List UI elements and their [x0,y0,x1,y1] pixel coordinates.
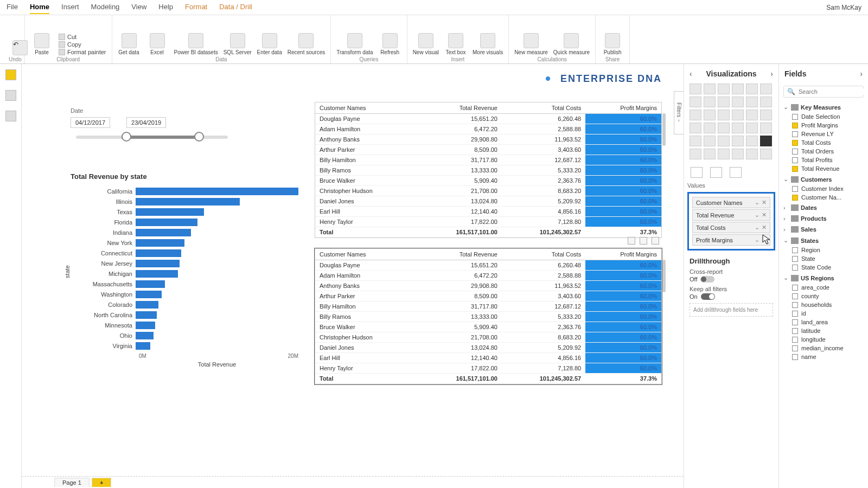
viz-type-icon[interactable] [732,149,744,159]
menu-format[interactable]: Format [185,1,207,14]
field-item[interactable]: median_income [792,344,865,352]
expand-viz-icon[interactable]: › [770,69,773,78]
viz-type-icon[interactable] [718,97,730,107]
slider-handle-to[interactable] [194,132,204,142]
checkbox[interactable] [792,265,798,271]
col-header[interactable]: Total Revenue [418,102,502,114]
field-well-item[interactable]: Profit Margins⌄✕ [692,234,770,246]
table-row[interactable]: Anthony Banks29,908.8011,963.5260.0% [315,134,661,145]
bar-row[interactable]: North Carolina [71,310,298,320]
viz-type-icon[interactable] [732,84,744,94]
bar-chart[interactable]: Total Revenue by state state CaliforniaI… [71,172,298,368]
bar-row[interactable]: California [71,186,298,196]
viz-type-icon[interactable] [690,123,701,133]
table-row[interactable]: Billy Ramos13,333.005,333.2060.0% [315,165,661,176]
col-header[interactable]: Customer Names [315,249,418,260]
field-item[interactable]: latitude [792,326,865,335]
field-item[interactable]: Date Selection [792,112,865,121]
viz-type-icon[interactable] [704,110,716,120]
viz-type-icon[interactable] [732,123,744,133]
col-header[interactable]: Profit Margins [585,102,661,114]
field-item[interactable]: State [792,254,865,263]
viz-type-icon[interactable] [760,123,772,133]
viz-type-icon[interactable] [690,97,701,107]
checkbox[interactable] [792,293,798,299]
viz-type-icon[interactable] [760,149,772,159]
bar-row[interactable]: Illinois [71,196,298,207]
bar-row[interactable]: Virginia [71,341,298,351]
analytics-tab-icon[interactable] [730,167,742,178]
viz-type-icon[interactable] [704,97,716,107]
viz-type-icon[interactable] [746,97,758,107]
data-view-icon[interactable] [5,90,16,101]
table-row[interactable]: Billy Ramos13,333.005,333.2060.0% [315,312,661,322]
checkbox[interactable] [792,140,798,146]
viz-type-icon[interactable] [718,123,730,133]
viz-type-icon[interactable] [718,136,730,146]
page-tab-1[interactable]: Page 1 [54,478,90,487]
viz-type-icon[interactable] [732,110,744,120]
field-item[interactable]: Revenue LY [792,130,865,138]
filter-icon[interactable] [628,237,635,245]
bar-row[interactable]: Minnesota [71,320,298,330]
field-item[interactable]: Total Profits [792,156,865,164]
bar-row[interactable]: Colorado [71,299,298,310]
table-row[interactable]: Christopher Hudson21,708.008,683.2060.0% [315,186,661,196]
checkbox[interactable] [792,195,798,201]
keep-filters-toggle[interactable]: On [690,293,773,300]
pbi-datasets-button[interactable]: Power BI datasets [174,33,218,55]
bar-row[interactable]: Ohio [71,330,298,341]
bar-row[interactable]: New York [71,237,298,248]
refresh-button[interactable]: Refresh [379,33,401,55]
table-row[interactable]: Daniel Jones13,024.805,209.9260.0% [315,343,661,353]
filters-tab[interactable]: Filters‹ [674,91,684,134]
chevron-down-icon[interactable]: ⌄ [755,211,760,219]
checkbox[interactable] [792,166,798,172]
field-item[interactable]: longitude [792,335,865,344]
menu-modeling[interactable]: Modeling [91,1,120,14]
table-row[interactable]: Henry Taylor17,822.007,128.8060.0% [315,363,661,374]
remove-icon[interactable]: ✕ [762,211,767,219]
menu-file[interactable]: File [7,1,18,14]
checkbox[interactable] [792,186,798,192]
new-measure-button[interactable]: New measure [514,33,548,55]
col-header[interactable]: Profit Margins [585,249,661,260]
checkbox[interactable] [792,285,798,291]
viz-type-icon[interactable] [746,123,758,133]
data-table-1[interactable]: Customer NamesTotal RevenueTotal CostsPr… [315,102,662,238]
checkbox[interactable] [792,337,798,343]
viz-type-icon[interactable] [704,136,716,146]
field-group-header[interactable]: ›Sales [782,224,865,234]
recent-sources-button[interactable]: Recent sources [288,33,325,55]
checkbox[interactable] [792,311,798,317]
checkbox[interactable] [792,149,798,155]
viz-type-icon[interactable] [718,110,730,120]
field-well-item[interactable]: Customer Names⌄✕ [692,197,770,208]
table-row[interactable]: Billy Hamilton31,717.8012,687.1260.0% [315,301,661,312]
table-row[interactable]: Arthur Parker8,509.003,403.6060.0% [315,145,661,155]
bar-row[interactable]: Connecticut [71,248,298,258]
field-item[interactable]: Total Costs [792,138,865,147]
viz-type-icon[interactable] [732,136,744,146]
bar-row[interactable]: Indiana [71,227,298,237]
checkbox[interactable] [792,157,798,163]
menu-help[interactable]: Help [158,1,173,14]
field-item[interactable]: area_code [792,283,865,292]
expand-icon[interactable]: ⌄ [783,237,789,244]
scrollbar[interactable] [662,113,666,146]
checkbox[interactable] [792,345,798,351]
field-item[interactable]: Region [792,246,865,254]
date-from[interactable]: 04/12/2017 [71,117,110,128]
focus-icon[interactable] [640,237,647,245]
collapse-viz-icon[interactable]: ‹ [690,69,692,78]
remove-icon[interactable]: ✕ [762,199,767,206]
chevron-down-icon[interactable]: ⌄ [755,224,760,231]
enter-data-button[interactable]: Enter data [257,33,282,55]
checkbox[interactable] [792,123,798,129]
viz-type-icon[interactable] [760,136,772,146]
field-item[interactable]: State Code [792,263,865,272]
expand-fields-icon[interactable]: › [860,69,863,78]
table-row[interactable]: Henry Taylor17,822.007,128.8060.0% [315,217,661,227]
date-slicer[interactable]: Date 04/12/2017 23/04/2019 [71,107,233,139]
checkbox[interactable] [792,302,798,308]
